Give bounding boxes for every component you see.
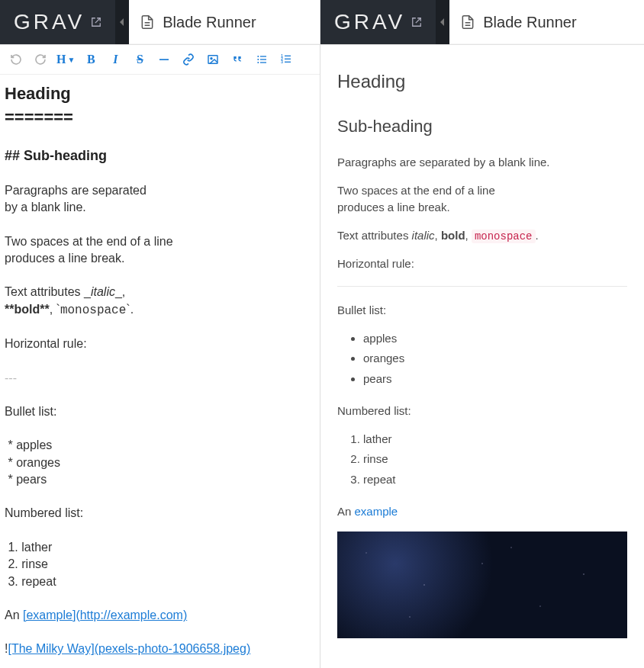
- link-button[interactable]: [180, 51, 197, 68]
- heading-label: H: [56, 53, 66, 66]
- list-item: lather: [363, 431, 627, 448]
- preview-paragraph: Bullet list:: [337, 302, 627, 320]
- svg-rect-14: [285, 62, 291, 63]
- hr-button[interactable]: [156, 51, 172, 68]
- svg-rect-12: [285, 59, 291, 59]
- markdown-editor[interactable]: Heading======= ## Sub-heading Paragraphs…: [0, 75, 320, 668]
- document-icon: [140, 14, 155, 31]
- redo-button[interactable]: [32, 51, 49, 68]
- preview-h2: Sub-heading: [337, 114, 627, 139]
- editor-line: Two spaces at the end of a line: [5, 233, 315, 250]
- strikethrough-button[interactable]: S: [131, 51, 148, 68]
- svg-text:3: 3: [282, 60, 284, 64]
- editor-toolbar: H ▼ B I S 123: [0, 44, 320, 75]
- editor-line: [5, 165, 315, 182]
- preview-pane: GRAV Blade Runner Heading Sub-heading Pa…: [320, 0, 644, 668]
- preview-paragraph: Horizontal rule:: [337, 255, 627, 273]
- preview-h1: Heading: [337, 68, 627, 95]
- numbered-list: latherrinserepeat: [337, 431, 627, 489]
- svg-rect-8: [260, 62, 266, 63]
- editor-line: =======: [5, 106, 315, 130]
- example-link-source: [example](http://example.com): [23, 609, 187, 621]
- bold-button[interactable]: B: [82, 51, 99, 68]
- tab-title: Blade Runner: [163, 14, 256, 31]
- horizontal-rule: [337, 286, 627, 287]
- page-tab[interactable]: Blade Runner: [449, 0, 644, 44]
- editor-line: ## Sub-heading: [5, 146, 315, 165]
- editor-line: [5, 130, 315, 146]
- preview-paragraph: Numbered list:: [337, 403, 627, 420]
- editor-line: by a blank line.: [5, 199, 315, 216]
- heading-dropdown[interactable]: H ▼: [56, 53, 75, 66]
- brand-block[interactable]: GRAV: [320, 0, 436, 44]
- editor-line: 1. lather: [5, 539, 315, 556]
- image-link-source: [The Milky Way](pexels-photo-1906658.jpe…: [8, 642, 250, 655]
- editor-line: produces a line break.: [5, 250, 315, 267]
- bullet-list-button[interactable]: [253, 51, 270, 68]
- brand-block[interactable]: GRAV: [0, 0, 115, 44]
- topbar-right: GRAV Blade Runner: [320, 0, 644, 44]
- editor-line: * oranges: [5, 454, 315, 471]
- markdown-preview: Heading Sub-heading Paragraphs are separ…: [320, 45, 644, 668]
- editor-line: [5, 217, 315, 233]
- editor-pane: GRAV Blade Runner H ▼ B I S: [0, 0, 320, 668]
- tab-title: Blade Runner: [483, 14, 576, 31]
- brand-logo: GRAV: [334, 10, 405, 34]
- brand-logo: GRAV: [14, 10, 85, 34]
- svg-point-7: [258, 62, 259, 63]
- list-item: pears: [363, 371, 627, 388]
- svg-rect-4: [260, 56, 266, 56]
- external-link-icon[interactable]: [91, 17, 101, 27]
- editor-line: 2. rinse: [5, 556, 315, 573]
- preview-paragraph: Text attributes italic, bold, monospace.: [337, 227, 627, 245]
- collapse-toggle[interactable]: [436, 0, 449, 44]
- list-item: repeat: [363, 471, 627, 489]
- editor-line: [5, 267, 315, 284]
- italic-button[interactable]: I: [107, 51, 124, 68]
- page-tab[interactable]: Blade Runner: [129, 0, 320, 44]
- external-link-icon[interactable]: [411, 17, 422, 27]
- list-item: apples: [363, 330, 627, 348]
- svg-rect-10: [285, 56, 291, 56]
- editor-line: Paragraphs are separated: [5, 182, 315, 199]
- svg-rect-1: [208, 56, 217, 64]
- bullet-list: applesorangespears: [337, 330, 627, 388]
- caret-down-icon: ▼: [67, 56, 75, 64]
- svg-rect-0: [159, 59, 169, 60]
- preview-paragraph: An example: [337, 503, 627, 521]
- document-icon: [460, 14, 475, 31]
- topbar-left: GRAV Blade Runner: [0, 0, 320, 44]
- svg-point-5: [258, 59, 259, 60]
- preview-paragraph: Paragraphs are separated by a blank line…: [337, 154, 627, 172]
- svg-point-2: [211, 58, 212, 59]
- numbered-list-button[interactable]: 123: [278, 51, 295, 68]
- editor-line: * pears: [5, 471, 315, 488]
- quote-button[interactable]: [229, 51, 246, 68]
- editor-line: 3. repeat: [5, 573, 315, 590]
- svg-point-3: [258, 56, 259, 57]
- list-item: oranges: [363, 350, 627, 368]
- list-item: rinse: [363, 451, 627, 468]
- editor-line: Heading: [5, 82, 315, 106]
- preview-image: [337, 532, 627, 638]
- undo-button[interactable]: [8, 51, 24, 68]
- svg-rect-6: [260, 59, 266, 59]
- image-button[interactable]: [204, 51, 221, 68]
- editor-line: * apples: [5, 437, 315, 454]
- collapse-toggle[interactable]: [115, 0, 129, 44]
- example-link[interactable]: example: [355, 505, 398, 518]
- preview-paragraph: Two spaces at the end of a lineproduces …: [337, 182, 627, 217]
